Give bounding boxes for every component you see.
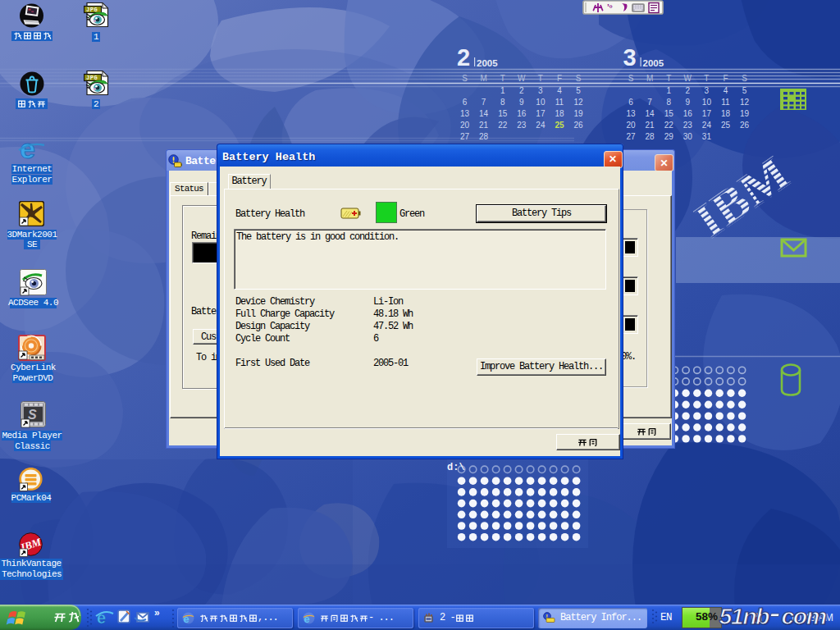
svg-text:30: 30 <box>683 132 693 141</box>
svg-text:2005: 2005 <box>643 58 664 68</box>
svg-text:19: 19 <box>574 109 584 118</box>
svg-text:24: 24 <box>702 121 712 130</box>
svg-text:M: M <box>646 74 653 83</box>
svg-text:26: 26 <box>574 121 584 130</box>
svg-text:13: 13 <box>460 109 470 118</box>
svg-text:11: 11 <box>555 98 564 107</box>
svg-text:23: 23 <box>517 121 527 130</box>
svg-text:17: 17 <box>702 109 712 118</box>
svg-text:2: 2 <box>686 86 691 95</box>
svg-text:22: 22 <box>498 121 508 130</box>
svg-text:S: S <box>742 74 747 83</box>
svg-text:19: 19 <box>740 109 750 118</box>
svg-text:6: 6 <box>463 98 468 107</box>
svg-text:7: 7 <box>647 98 652 107</box>
svg-text:25: 25 <box>555 121 564 130</box>
svg-text:5: 5 <box>742 86 747 95</box>
svg-text:12: 12 <box>574 98 584 107</box>
svg-text:e: e <box>184 612 189 624</box>
svg-text:1: 1 <box>666 86 671 95</box>
svg-text:T: T <box>538 74 543 83</box>
svg-text:’º: ’º <box>607 3 613 12</box>
svg-text:JPG: JPG <box>86 75 98 81</box>
svg-text:S: S <box>628 74 634 83</box>
svg-text:3: 3 <box>705 86 710 95</box>
svg-text:W: W <box>684 74 692 83</box>
svg-text:23: 23 <box>683 121 693 130</box>
svg-text:15: 15 <box>664 109 674 118</box>
svg-text:51nb: 51nb <box>719 603 770 629</box>
svg-text:3: 3 <box>538 86 543 95</box>
svg-text:F: F <box>557 74 562 83</box>
svg-text:1: 1 <box>500 86 505 95</box>
svg-text:14: 14 <box>479 109 489 118</box>
svg-text:2: 2 <box>519 86 524 95</box>
svg-text:21: 21 <box>646 121 655 130</box>
svg-text:18: 18 <box>721 109 731 118</box>
svg-text:12: 12 <box>740 98 750 107</box>
svg-text:7: 7 <box>482 98 486 107</box>
svg-text:28: 28 <box>479 132 489 141</box>
svg-text:18: 18 <box>555 109 564 118</box>
svg-text:3: 3 <box>623 44 637 71</box>
svg-text:14: 14 <box>646 109 655 118</box>
svg-text:8: 8 <box>666 98 671 107</box>
svg-text:28: 28 <box>646 132 655 141</box>
svg-text:27: 27 <box>626 132 636 141</box>
svg-text:20: 20 <box>460 121 470 130</box>
svg-text:»: » <box>154 607 160 619</box>
svg-text:26: 26 <box>740 121 750 130</box>
svg-text:21: 21 <box>479 121 489 130</box>
svg-text:8: 8 <box>500 98 505 107</box>
svg-text:16: 16 <box>517 109 527 118</box>
svg-text:6: 6 <box>628 98 633 107</box>
svg-text:5: 5 <box>576 86 581 95</box>
svg-text:S: S <box>576 74 582 83</box>
svg-text:F: F <box>723 74 728 83</box>
svg-text:13: 13 <box>626 109 636 118</box>
svg-text:17: 17 <box>536 109 546 118</box>
svg-text:9: 9 <box>519 98 524 107</box>
svg-text:10: 10 <box>702 98 712 107</box>
svg-text:16: 16 <box>683 109 693 118</box>
svg-text:JPG: JPG <box>86 7 98 13</box>
svg-text:4: 4 <box>557 86 562 95</box>
svg-text:10: 10 <box>536 98 546 107</box>
svg-text:29: 29 <box>664 132 674 141</box>
svg-text:4: 4 <box>724 86 728 95</box>
svg-text:15: 15 <box>498 109 508 118</box>
svg-text:com: com <box>782 603 827 629</box>
svg-text:e: e <box>304 612 310 624</box>
svg-text:22: 22 <box>664 121 674 130</box>
svg-text:27: 27 <box>460 132 470 141</box>
svg-text:M: M <box>480 74 486 83</box>
svg-text:W: W <box>518 74 526 83</box>
svg-text:9: 9 <box>686 98 691 107</box>
svg-text:11: 11 <box>721 98 730 107</box>
svg-text:20: 20 <box>626 121 636 130</box>
svg-text:31: 31 <box>702 132 712 141</box>
svg-text:25: 25 <box>721 121 731 130</box>
svg-text:24: 24 <box>536 121 546 130</box>
svg-text:T: T <box>666 74 671 83</box>
svg-text:S: S <box>462 74 468 83</box>
svg-text:T: T <box>500 74 505 83</box>
svg-text:2: 2 <box>457 44 470 71</box>
svg-text:T: T <box>704 74 709 83</box>
svg-text:2005: 2005 <box>477 58 498 68</box>
